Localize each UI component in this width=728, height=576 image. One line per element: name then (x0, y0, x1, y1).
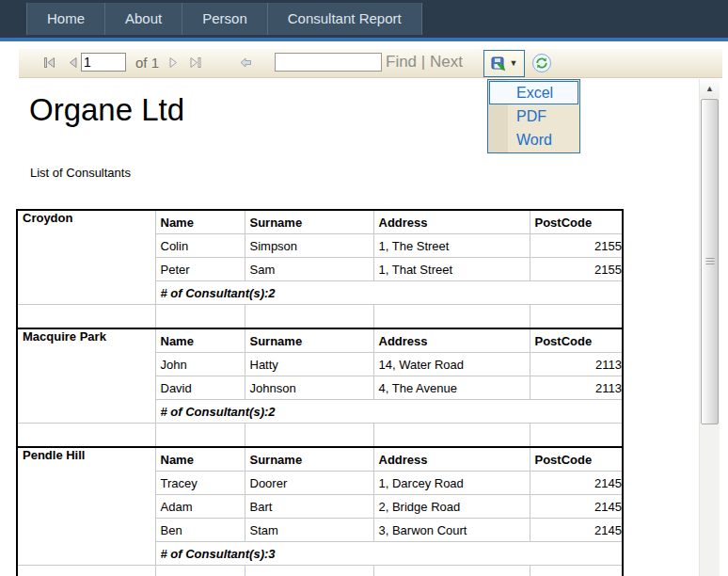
cell-name: David (155, 376, 245, 400)
cell-surname: Hatty (245, 353, 373, 376)
next-link[interactable]: Next (430, 53, 463, 71)
spacer-row (17, 566, 623, 576)
cell-surname: Bart (245, 495, 373, 519)
save-export-icon (491, 56, 506, 72)
cell-surname: Johnson (245, 376, 373, 400)
dropdown-caret-icon: ▼ (510, 59, 518, 68)
scrollbar-grip-icon (705, 258, 714, 265)
column-header-address: Address (373, 447, 530, 472)
column-header-postcode: PostCode (530, 447, 623, 472)
page-count-label: of 1 (135, 55, 159, 71)
export-menu-item-word[interactable]: Word (489, 128, 578, 152)
export-button[interactable]: ▼ (483, 50, 525, 77)
cell-postcode: 2155 (530, 258, 623, 281)
consultant-count-cell: # of Consultant(s):2 (155, 400, 623, 424)
column-header-name: Name (155, 210, 245, 234)
group-name-cell: Croydon (17, 210, 155, 305)
last-page-button[interactable] (189, 56, 202, 69)
nav-tab-home[interactable]: Home (26, 3, 105, 35)
cell-name: Colin (155, 234, 245, 258)
find-link[interactable]: Find (386, 53, 417, 71)
export-menu-item-pdf[interactable]: PDF (489, 104, 578, 128)
cell-surname: Doorer (245, 472, 373, 495)
cell-surname: Stam (245, 519, 373, 542)
spacer-cell (373, 566, 530, 576)
column-header-name: Name (155, 447, 245, 472)
spacer-cell (155, 424, 245, 448)
spacer-cell (17, 424, 155, 448)
spacer-cell (17, 566, 155, 576)
find-next-separator: | (421, 53, 425, 71)
column-header-surname: Surname (245, 447, 373, 472)
cell-address: 4, The Avenue (373, 376, 530, 400)
scrollbar-thumb[interactable] (701, 99, 719, 424)
scroll-up-button[interactable]: ▲ (700, 79, 720, 98)
first-page-button[interactable] (43, 56, 56, 69)
column-header-surname: Surname (245, 210, 373, 234)
cell-postcode: 2113 (530, 353, 623, 376)
spacer-cell (530, 566, 623, 576)
find-next-links: Find | Next (386, 53, 463, 72)
report-subtitle: List of Consultants (30, 166, 131, 180)
column-header-address: Address (373, 210, 530, 234)
refresh-button[interactable] (531, 53, 552, 73)
spacer-row (17, 424, 623, 448)
cell-address: 14, Water Road (373, 353, 530, 376)
group-header-row: Pendle HillNameSurnameAddressPostCode (17, 447, 623, 472)
scroll-up-arrow-icon: ▲ (705, 84, 714, 93)
spacer-row (17, 305, 623, 329)
cell-postcode: 2155 (530, 234, 623, 258)
nav-tab-consultant-report[interactable]: Consultant Report (268, 3, 422, 35)
column-header-surname: Surname (245, 328, 373, 353)
vertical-scrollbar[interactable]: ▲ (699, 79, 720, 576)
nav-tabs: HomeAboutPersonConsultant Report (26, 0, 728, 38)
spacer-cell (245, 305, 373, 329)
spacer-cell (245, 424, 373, 448)
spacer-cell (530, 305, 623, 329)
back-to-parent-button[interactable] (239, 56, 253, 70)
search-input[interactable] (275, 53, 382, 72)
cell-name: Tracey (155, 472, 245, 495)
cell-postcode: 2145 (530, 495, 623, 519)
column-header-address: Address (373, 328, 530, 353)
cell-postcode: 2145 (530, 472, 623, 495)
spacer-cell (155, 566, 245, 576)
top-navbar: HomeAboutPersonConsultant Report (0, 0, 728, 41)
report-toolbar: of 1 Find | Next (19, 49, 722, 78)
next-page-button[interactable] (168, 56, 178, 69)
cell-address: 3, Barwon Court (373, 519, 530, 542)
group-name-cell: Pendle Hill (17, 447, 155, 566)
spacer-cell (373, 424, 530, 448)
consultant-count-cell: # of Consultant(s):2 (155, 281, 623, 305)
cell-name: Adam (155, 495, 245, 519)
cell-name: John (155, 353, 245, 376)
spacer-cell (373, 305, 530, 329)
cell-surname: Simpson (245, 234, 373, 258)
consultant-count-cell: # of Consultant(s):3 (155, 542, 623, 566)
cell-address: 1, That Street (373, 258, 530, 281)
report-title: Organe Ltd (29, 92, 184, 128)
report-viewer-page: HomeAboutPersonConsultant Report of 1 (0, 0, 728, 576)
cell-postcode: 2113 (530, 376, 623, 400)
cell-address: 2, Bridge Road (373, 495, 530, 519)
cell-name: Ben (155, 519, 245, 542)
cell-surname: Sam (245, 258, 373, 281)
refresh-icon (531, 53, 552, 73)
page-number-input[interactable] (81, 53, 126, 72)
consultants-table: CroydonNameSurnameAddressPostCodeColinSi… (16, 209, 624, 576)
export-menu-item-excel[interactable]: Excel (489, 81, 578, 104)
spacer-cell (17, 305, 155, 329)
group-header-row: Macquire ParkNameSurnameAddressPostCode (17, 328, 623, 353)
column-header-postcode: PostCode (530, 210, 623, 234)
column-header-name: Name (155, 328, 245, 353)
nav-tab-about[interactable]: About (105, 3, 182, 35)
export-format-menu: ExcelPDFWord (487, 79, 580, 153)
spacer-cell (155, 305, 245, 329)
previous-page-button[interactable] (69, 56, 78, 69)
group-header-row: CroydonNameSurnameAddressPostCode (17, 210, 623, 234)
cell-address: 1, The Street (373, 234, 530, 258)
nav-tab-person[interactable]: Person (182, 3, 268, 35)
group-name-cell: Macquire Park (17, 328, 155, 424)
column-header-postcode: PostCode (530, 328, 623, 353)
cell-postcode: 2145 (530, 519, 623, 542)
